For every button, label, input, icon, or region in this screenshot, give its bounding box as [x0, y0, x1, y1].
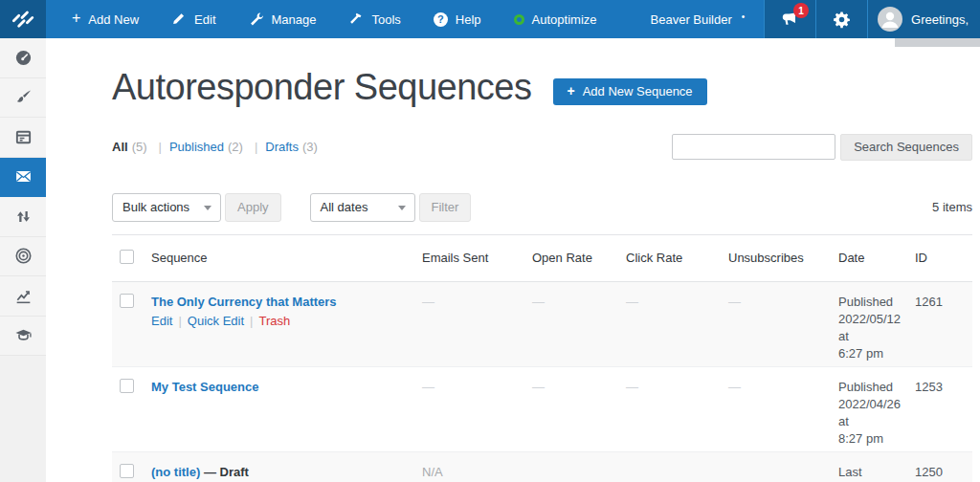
edit-link[interactable]: Edit	[151, 314, 188, 328]
trash-link[interactable]: Trash	[258, 314, 290, 328]
time-value: 8:27 pm	[838, 430, 902, 448]
sequences-table: Sequence Emails Sent Open Rate Click Rat…	[112, 234, 972, 482]
open-rate-value: —	[526, 281, 620, 366]
date-status: Published	[838, 294, 902, 311]
click-rate-value: —	[620, 281, 723, 366]
apply-button[interactable]: Apply	[225, 193, 281, 222]
column-date: Date	[833, 234, 909, 281]
stripes-icon	[11, 7, 35, 32]
filter-button[interactable]: Filter	[419, 193, 472, 222]
admin-bar-right: 1 Greetings,	[764, 0, 980, 38]
bulk-actions-select[interactable]: Bulk actions	[112, 193, 221, 222]
brush-icon	[14, 88, 33, 106]
hammer-icon	[348, 11, 364, 27]
sidebar-item-goals[interactable]	[0, 237, 46, 277]
sidebar-item-analytics[interactable]	[0, 276, 46, 317]
sequence-title-link[interactable]: My Test Sequence	[151, 380, 258, 394]
unsaved-dot-icon: •	[742, 11, 746, 22]
search-sequences-button[interactable]: Search Sequences	[840, 134, 972, 161]
search-box: Search Sequences	[672, 134, 972, 161]
view-all[interactable]: All (5)	[112, 140, 169, 154]
beaver-builder-logo-icon[interactable]	[0, 0, 46, 38]
pencil-icon	[171, 11, 187, 27]
admin-bar-autoptimize[interactable]: Autoptimize	[498, 0, 613, 38]
date-status: Last Modified	[838, 464, 902, 482]
row-checkbox[interactable]	[120, 294, 134, 308]
form-icon	[14, 128, 33, 146]
sidebar	[0, 38, 46, 482]
column-id: ID	[909, 234, 972, 281]
add-new-sequence-button[interactable]: + Add New Sequence	[553, 78, 707, 105]
admin-bar-help-label: Help	[456, 12, 481, 27]
wrench-icon	[249, 11, 264, 27]
row-checkbox[interactable]	[120, 464, 134, 478]
view-drafts[interactable]: Drafts (3)	[265, 140, 318, 154]
admin-bar-edit[interactable]: Edit	[155, 0, 232, 38]
table-header-row: Sequence Emails Sent Open Rate Click Rat…	[112, 234, 972, 281]
sidebar-item-import-export[interactable]	[0, 197, 46, 237]
notification-badge: 1	[793, 3, 809, 18]
quick-edit-link[interactable]: Quick Edit	[188, 314, 259, 328]
main-content: Autoresponder Sequences + Add New Sequen…	[46, 38, 980, 482]
time-value: 6:27 pm	[838, 345, 902, 362]
admin-bar-beaver-builder[interactable]: Beaver Builder •	[635, 0, 762, 38]
sidebar-item-sequences[interactable]	[0, 158, 46, 198]
admin-bar-beaver-builder-label: Beaver Builder	[651, 12, 732, 27]
add-new-sequence-label: Add New Sequence	[583, 84, 693, 99]
admin-bar-edit-label: Edit	[194, 12, 215, 27]
admin-bar-add-new-label: Add New	[88, 12, 139, 27]
sidebar-item-dashboard[interactable]	[0, 38, 46, 78]
emails-sent-value: N/A	[416, 451, 526, 482]
view-all-label: All	[112, 140, 128, 154]
items-count: 5 items	[932, 200, 972, 214]
views-row: All (5) Published (2) Drafts (3) Search …	[112, 134, 972, 161]
account-menu[interactable]: Greetings,	[867, 0, 980, 38]
page-title: Autoresponder Sequences	[112, 67, 532, 109]
sequence-title-link[interactable]: The Only Currency that Matters	[151, 295, 337, 309]
row-checkbox[interactable]	[120, 379, 134, 393]
view-published-count: (2)	[228, 140, 243, 154]
admin-bar: + Add New Edit Manage Tools	[0, 0, 980, 38]
date-value: 2022/04/26 at	[838, 396, 902, 430]
sequence-title-suffix: — Draft	[200, 465, 249, 479]
emails-sent-value: —	[416, 366, 526, 451]
column-sequence: Sequence	[145, 234, 416, 281]
user-menu-flyout	[895, 38, 980, 47]
column-click-rate: Click Rate	[620, 234, 723, 281]
view-published[interactable]: Published (2)	[169, 140, 265, 154]
id-value: 1253	[909, 366, 972, 451]
date-cell: Last Modified 2022/04/25 at 9:36 pm	[833, 451, 909, 482]
select-all-checkbox[interactable]	[120, 250, 134, 264]
emails-sent-value: —	[416, 281, 526, 366]
date-status: Published	[838, 379, 902, 396]
bulk-actions-value: Bulk actions	[122, 200, 189, 214]
gear-icon	[833, 11, 851, 29]
chevron-down-icon	[204, 206, 212, 210]
title-row: Autoresponder Sequences + Add New Sequen…	[112, 67, 972, 109]
admin-bar-manage[interactable]: Manage	[233, 0, 333, 38]
dates-filter-select[interactable]: All dates	[310, 193, 415, 222]
sidebar-item-forms[interactable]	[0, 118, 46, 158]
sidebar-item-learning[interactable]	[0, 317, 46, 357]
column-open-rate: Open Rate	[526, 234, 620, 281]
view-published-label: Published	[169, 140, 224, 154]
admin-bar-manage-label: Manage	[272, 12, 317, 27]
sequence-title-link[interactable]: (no title)	[151, 465, 200, 479]
gauge-icon	[14, 49, 33, 67]
admin-bar-help[interactable]: ? Help	[417, 0, 498, 38]
id-value: 1250	[909, 451, 972, 482]
sidebar-item-builder[interactable]	[0, 78, 46, 119]
admin-bar-tools[interactable]: Tools	[332, 0, 416, 38]
column-unsubscribes: Unsubscribes	[723, 234, 833, 281]
view-drafts-count: (3)	[302, 140, 318, 154]
plus-icon: +	[72, 11, 80, 26]
search-input[interactable]	[672, 134, 835, 160]
table-row: My Test Sequence — — — — Published 2022/…	[112, 366, 972, 451]
admin-bar-add-new[interactable]: + Add New	[56, 0, 155, 38]
notifications-button[interactable]: 1	[764, 0, 815, 38]
autoptimize-ring-icon	[514, 14, 524, 25]
admin-bar-autoptimize-label: Autoptimize	[532, 12, 597, 27]
envelope-icon	[14, 167, 33, 186]
settings-button[interactable]	[815, 0, 867, 38]
graduation-cap-icon	[14, 326, 33, 344]
